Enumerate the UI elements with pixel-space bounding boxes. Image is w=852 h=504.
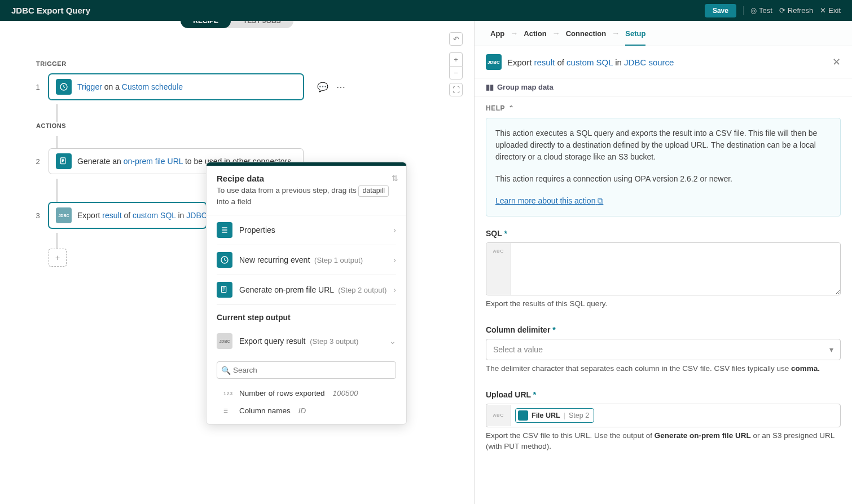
file-icon [217, 282, 232, 298]
save-button[interactable]: Save [705, 4, 736, 17]
jdbc-icon: JDBC [56, 207, 72, 223]
undo-button[interactable]: ↶ [449, 32, 463, 46]
recipe-data-popover: Recipe data To use data from a previous … [206, 162, 407, 425]
clock-icon [217, 252, 232, 268]
add-step-button[interactable]: + [49, 249, 67, 267]
search-input[interactable] [217, 361, 396, 379]
panel-title: Export result of custom SQL in JDBC sour… [507, 58, 827, 67]
breadcrumb-app[interactable]: App [490, 29, 504, 38]
tab-test-jobs[interactable]: TEST JOBS [231, 21, 293, 28]
list-type-icon: ☰ [223, 408, 235, 414]
file-icon [56, 153, 72, 169]
datapill-rows-exported[interactable]: 123 Number of rows exported 100500 [207, 384, 406, 402]
tab-recipe[interactable]: RECIPE [181, 21, 231, 28]
delimiter-help-text: The delimiter character that separates e… [486, 364, 841, 374]
datatree-item-properties[interactable]: Properties › [217, 215, 396, 245]
page-title: JDBC Export Query [11, 6, 90, 15]
arrow-icon: → [552, 29, 560, 38]
target-icon: ◎ [750, 6, 757, 15]
trigger-section-label: TRIGGER [36, 60, 446, 67]
clock-icon [56, 79, 72, 95]
current-step-label: Current step output [207, 305, 406, 326]
step-text: Trigger on a Custom schedule [77, 82, 183, 91]
arrow-icon: → [510, 29, 518, 38]
delimiter-select[interactable]: Select a value ▾ [486, 339, 841, 360]
refresh-button[interactable]: ⟳ Refresh [779, 6, 814, 15]
datatree-item-recurring[interactable]: New recurring event (Step 1 output) › [217, 245, 396, 275]
upload-url-field: Upload URL * ABC File URL | Step 2 Expo [486, 390, 841, 452]
zoom-in-button[interactable]: + [449, 52, 463, 66]
action-step-card-3[interactable]: JDBC Export result of custom SQL in JDBC… [49, 202, 207, 228]
list-icon [217, 222, 232, 238]
app-header: JDBC Export Query Save ◎ Test ⟳ Refresh … [0, 0, 852, 21]
breadcrumb-action[interactable]: Action [524, 29, 546, 38]
datapill-column-names[interactable]: ☰ Column names ID [207, 402, 406, 424]
step-number: 1 [34, 83, 42, 91]
zoom-out-button[interactable]: − [449, 66, 463, 79]
test-button[interactable]: ◎ Test [750, 6, 772, 15]
chevron-right-icon: › [393, 255, 396, 264]
breadcrumb-connection[interactable]: Connection [566, 29, 607, 38]
close-icon: ✕ [820, 6, 826, 15]
datatree-item-generate-url[interactable]: Generate on-prem file URL (Step 2 output… [217, 275, 396, 305]
connector [56, 104, 58, 122]
more-icon[interactable]: ⋯ [336, 82, 345, 92]
sql-help-text: Export the results of this SQL query. [486, 299, 841, 310]
sql-textarea[interactable] [511, 243, 840, 295]
chevron-down-icon: ⌄ [389, 337, 396, 346]
trigger-step-card[interactable]: Trigger on a Custom schedule [49, 74, 304, 100]
panel-header: JDBC Export result of custom SQL in JDBC… [475, 46, 852, 78]
close-panel-button[interactable]: ✕ [832, 56, 841, 68]
help-toggle[interactable]: HELP ⌃ [486, 104, 841, 112]
upload-url-input[interactable]: ABC File URL | Step 2 [486, 404, 841, 427]
step-number: 2 [34, 157, 42, 166]
help-box: This action executes a SQL query and exp… [486, 118, 841, 216]
popover-title: Recipe data [217, 174, 396, 183]
fit-view-button[interactable]: ⛶ [449, 83, 463, 96]
datatree-item-export-result[interactable]: JDBC Export query result (Step 3 output)… [217, 326, 396, 356]
svg-rect-3 [222, 286, 226, 293]
setup-panel: App → Action → Connection → Setup JDBC E… [474, 21, 852, 504]
chevron-right-icon: › [393, 285, 396, 294]
type-indicator-abc: ABC [486, 243, 511, 295]
datatree-search: 🔍 [217, 361, 396, 379]
chevron-down-icon: ▾ [829, 345, 833, 354]
sql-label: SQL * [486, 229, 841, 238]
divider [743, 6, 744, 15]
upload-url-label: Upload URL * [486, 390, 841, 399]
chevron-up-icon: ⌃ [508, 104, 515, 112]
file-icon [518, 410, 528, 421]
search-icon: 🔍 [221, 366, 231, 375]
delimiter-label: Column delimiter * [486, 325, 841, 334]
popover-subtitle: To use data from a previous step, drag i… [217, 185, 396, 207]
connector [56, 233, 58, 249]
connector [56, 179, 58, 202]
jdbc-icon: JDBC [486, 54, 502, 70]
setup-breadcrumbs: App → Action → Connection → Setup [475, 21, 852, 46]
step-number: 3 [34, 211, 42, 220]
external-link-icon: ⧉ [598, 196, 603, 205]
file-url-datapill[interactable]: File URL | Step 2 [515, 408, 594, 423]
number-type-icon: 123 [223, 391, 235, 396]
connector [56, 136, 58, 148]
pause-icon: ▮▮ [486, 83, 494, 91]
sql-field: SQL * ABC Export the results of this SQL… [486, 229, 841, 310]
jdbc-icon: JDBC [217, 333, 232, 349]
refresh-icon: ⟳ [779, 6, 785, 15]
view-toggle: RECIPE TEST JOBS [181, 21, 293, 28]
canvas-controls: ↶ + − ⛶ [449, 32, 463, 96]
exit-button[interactable]: ✕ Exit [820, 6, 841, 15]
learn-more-link[interactable]: Learn more about this action ⧉ [495, 196, 603, 205]
recipe-canvas: RECIPE TEST JOBS ↶ + − ⛶ TRIGGER 1 [0, 21, 474, 504]
expand-icon[interactable]: ⇅ [392, 174, 398, 183]
delimiter-field: Column delimiter * Select a value ▾ The … [486, 325, 841, 374]
upload-url-help-text: Export the CSV file to this URL. Use the… [486, 431, 841, 452]
arrow-icon: → [612, 29, 620, 38]
breadcrumb-setup[interactable]: Setup [625, 29, 645, 46]
group-map-toggle[interactable]: ▮▮ Group map data [475, 78, 852, 96]
actions-section-label: ACTIONS [36, 122, 446, 129]
type-indicator-abc: ABC [486, 405, 511, 426]
step-text: Export result of custom SQL in JDBC sour… [77, 211, 207, 220]
comment-icon[interactable]: 💬 [317, 82, 328, 92]
chevron-right-icon: › [393, 226, 396, 235]
